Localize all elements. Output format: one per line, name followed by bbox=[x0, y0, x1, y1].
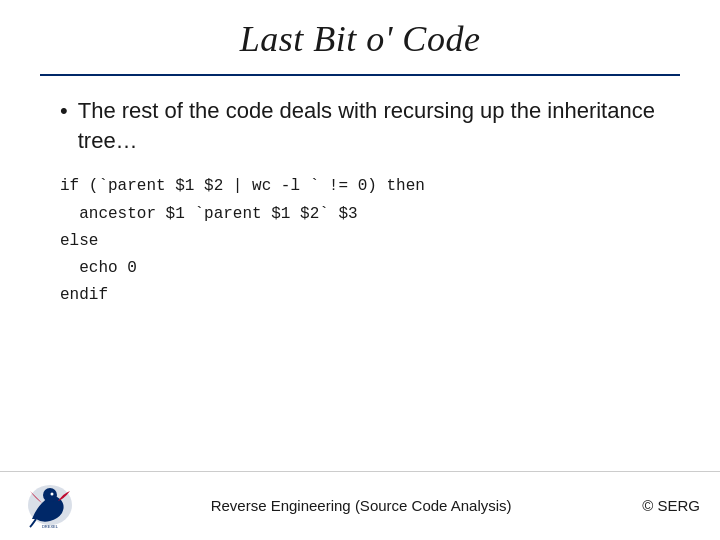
title-area: Last Bit o' Code bbox=[0, 0, 720, 68]
svg-point-2 bbox=[51, 493, 54, 496]
footer-right-text: © SERG bbox=[642, 497, 700, 514]
code-line-5: endif bbox=[60, 282, 660, 309]
slide-title: Last Bit o' Code bbox=[60, 18, 660, 60]
code-line-3: else bbox=[60, 228, 660, 255]
slide: Last Bit o' Code • The rest of the code … bbox=[0, 0, 720, 540]
footer-center-text: Reverse Engineering (Source Code Analysi… bbox=[211, 497, 512, 514]
footer: DREXEL UNIVERSITY Reverse Engineering (S… bbox=[0, 471, 720, 540]
content-area: • The rest of the code deals with recurs… bbox=[0, 76, 720, 471]
drexel-logo: DREXEL UNIVERSITY bbox=[20, 480, 80, 530]
bullet-text: The rest of the code deals with recursin… bbox=[78, 96, 660, 155]
code-line-4: echo 0 bbox=[60, 255, 660, 282]
svg-point-1 bbox=[43, 488, 57, 502]
code-line-2: ancestor $1 `parent $1 $2` $3 bbox=[60, 201, 660, 228]
bullet-item: • The rest of the code deals with recurs… bbox=[60, 96, 660, 155]
code-block: if (`parent $1 $2 | wc -l ` != 0) then a… bbox=[60, 173, 660, 309]
code-line-1: if (`parent $1 $2 | wc -l ` != 0) then bbox=[60, 173, 660, 200]
bullet-icon: • bbox=[60, 98, 68, 124]
